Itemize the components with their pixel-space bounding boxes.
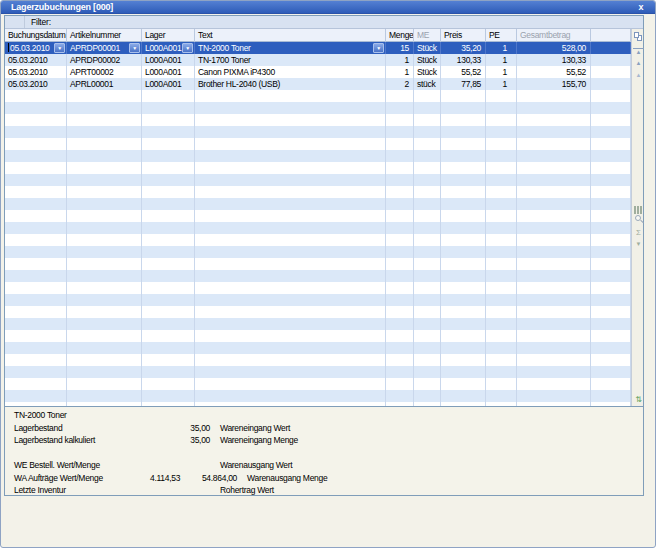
cell-spacer[interactable] xyxy=(591,66,631,78)
cell-text[interactable]: Brother HL-2040 (USB) xyxy=(195,78,386,90)
cell-lager[interactable]: L000A001 xyxy=(142,66,195,78)
cell-me[interactable]: Stück xyxy=(414,66,441,78)
empty-row[interactable] xyxy=(5,246,631,258)
filter-funnel-icon[interactable]: ▼ xyxy=(633,241,644,248)
table-row[interactable]: 05.03.2010APRDP00002L000A001TN-1700 Tone… xyxy=(5,54,631,66)
empty-row[interactable] xyxy=(5,126,631,138)
empty-row[interactable] xyxy=(5,258,631,270)
empty-row[interactable] xyxy=(5,270,631,282)
cell-lager[interactable]: L000A001 xyxy=(142,78,195,90)
empty-row[interactable] xyxy=(5,138,631,150)
cell-gesamtbetrag[interactable]: 130,33 xyxy=(517,54,591,66)
empty-cell xyxy=(441,210,486,222)
empty-row[interactable] xyxy=(5,366,631,378)
dropdown-button[interactable]: ▼ xyxy=(373,43,384,53)
dropdown-button[interactable]: ▼ xyxy=(182,43,193,53)
cell-pe[interactable]: 1 xyxy=(486,66,517,78)
cell-artikelnummer[interactable]: APRT00002 xyxy=(67,66,142,78)
dropdown-button[interactable]: ▼ xyxy=(129,43,140,53)
sum-icon[interactable]: Σ xyxy=(633,228,644,237)
cell-preis[interactable]: 35,20 xyxy=(441,42,486,54)
columns-icon[interactable] xyxy=(633,200,644,208)
empty-cell xyxy=(142,234,195,246)
column-header-text[interactable]: Text xyxy=(195,29,386,42)
copy-icon[interactable] xyxy=(633,32,644,41)
table-row[interactable]: 05.03.2010▼APRDP00001▼L000A001▼TN-2000 T… xyxy=(5,42,631,54)
empty-row[interactable] xyxy=(5,174,631,186)
cell-text[interactable]: Canon PIXMA iP4300 xyxy=(195,66,386,78)
cell-me[interactable]: Stück xyxy=(414,54,441,66)
cell-pe[interactable]: 1 xyxy=(486,54,517,66)
cell-menge[interactable]: 1 xyxy=(386,54,414,66)
cell-preis[interactable]: 130,33 xyxy=(441,54,486,66)
scroll-top-icon[interactable]: ▲ xyxy=(633,48,644,56)
empty-row[interactable] xyxy=(5,378,631,390)
cell-pe[interactable]: 1 xyxy=(486,78,517,90)
cell-artikelnummer[interactable]: APRDP00001▼ xyxy=(67,42,142,54)
cell-menge[interactable]: 1 xyxy=(386,66,414,78)
table-row[interactable]: 05.03.2010APRL00001L000A001Brother HL-20… xyxy=(5,78,631,90)
close-icon[interactable]: x xyxy=(633,2,649,13)
column-header-spacer[interactable] xyxy=(591,29,631,42)
empty-row[interactable] xyxy=(5,186,631,198)
dropdown-button[interactable]: ▼ xyxy=(54,43,65,53)
empty-row[interactable] xyxy=(5,90,631,102)
empty-row[interactable] xyxy=(5,114,631,126)
empty-row[interactable] xyxy=(5,402,631,406)
cell-buchungsdatum[interactable]: 05.03.2010▼ xyxy=(5,42,67,54)
empty-row[interactable] xyxy=(5,342,631,354)
cell-menge[interactable]: 2 xyxy=(386,78,414,90)
cell-me[interactable]: stück xyxy=(414,78,441,90)
cell-buchungsdatum[interactable]: 05.03.2010 xyxy=(5,54,67,66)
empty-row[interactable] xyxy=(5,162,631,174)
cell-text[interactable]: TN-2000 Toner▼ xyxy=(195,42,386,54)
cell-preis[interactable]: 55,52 xyxy=(441,66,486,78)
cell-gesamtbetrag[interactable]: 55,52 xyxy=(517,66,591,78)
cell-artikelnummer[interactable]: APRL00001 xyxy=(67,78,142,90)
column-header-menge[interactable]: Menge xyxy=(386,29,414,42)
empty-row[interactable] xyxy=(5,198,631,210)
column-header-me[interactable]: ME xyxy=(414,29,441,42)
empty-row[interactable] xyxy=(5,102,631,114)
cell-lager[interactable]: L000A001 xyxy=(142,54,195,66)
cell-spacer[interactable] xyxy=(591,54,631,66)
empty-cell xyxy=(517,342,591,354)
search-icon[interactable] xyxy=(633,215,644,225)
cell-preis[interactable]: 77,85 xyxy=(441,78,486,90)
column-header-preis[interactable]: Preis xyxy=(441,29,486,42)
column-header-gesamtbetrag[interactable]: Gesamtbetrag xyxy=(517,29,591,42)
cell-spacer[interactable] xyxy=(591,42,631,54)
empty-row[interactable] xyxy=(5,282,631,294)
scroll-prev-icon[interactable]: ▲ xyxy=(633,72,644,79)
cell-text[interactable]: TN-1700 Toner xyxy=(195,54,386,66)
empty-row[interactable] xyxy=(5,222,631,234)
cell-menge[interactable]: 15 xyxy=(386,42,414,54)
empty-row[interactable] xyxy=(5,306,631,318)
column-header-artikelnummer[interactable]: Artikelnummer xyxy=(67,29,142,42)
empty-row[interactable] xyxy=(5,318,631,330)
scroll-up-icon[interactable]: ▲ xyxy=(633,60,644,67)
cell-me[interactable]: Stück xyxy=(414,42,441,54)
cell-gesamtbetrag[interactable]: 528,00 xyxy=(517,42,591,54)
empty-row[interactable] xyxy=(5,210,631,222)
cell-buchungsdatum[interactable]: 05.03.2010 xyxy=(5,78,67,90)
title-bar[interactable]: Lagerzubuchungen [000] x xyxy=(1,1,655,14)
column-header-buchungsdatum[interactable]: Buchungsdatum xyxy=(5,29,67,42)
empty-row[interactable] xyxy=(5,354,631,366)
cell-artikelnummer[interactable]: APRDP00002 xyxy=(67,54,142,66)
column-header-pe[interactable]: PE xyxy=(486,29,517,42)
empty-row[interactable] xyxy=(5,330,631,342)
cell-pe[interactable]: 1 xyxy=(486,42,517,54)
empty-row[interactable] xyxy=(5,150,631,162)
column-header-lager[interactable]: Lager xyxy=(142,29,195,42)
rows-area[interactable]: 05.03.2010▼APRDP00001▼L000A001▼TN-2000 T… xyxy=(5,42,631,406)
cell-spacer[interactable] xyxy=(591,78,631,90)
table-row[interactable]: 05.03.2010APRT00002L000A001Canon PIXMA i… xyxy=(5,66,631,78)
empty-row[interactable] xyxy=(5,234,631,246)
empty-row[interactable] xyxy=(5,294,631,306)
cell-gesamtbetrag[interactable]: 155,70 xyxy=(517,78,591,90)
cell-buchungsdatum[interactable]: 05.03.2010 xyxy=(5,66,67,78)
cell-lager[interactable]: L000A001▼ xyxy=(142,42,195,54)
empty-row[interactable] xyxy=(5,390,631,402)
sort-updown-icon[interactable]: ⇅ xyxy=(633,395,644,404)
